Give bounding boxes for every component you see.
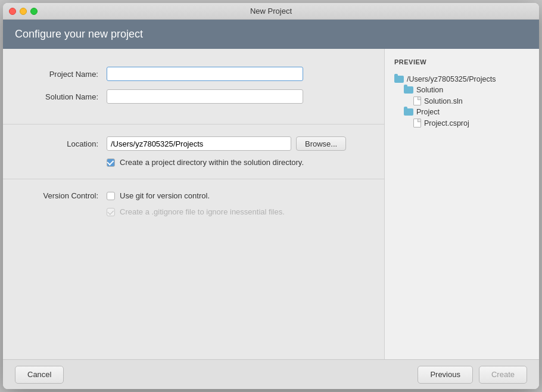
gitignore-label: Create a .gitignore file to ignore iness… [120, 207, 285, 216]
project-name-label: Project Name: [27, 70, 98, 79]
minimize-button[interactable] [20, 8, 27, 15]
traffic-lights [9, 8, 38, 15]
tree-item-project: Project [394, 107, 529, 117]
create-button[interactable]: Create [479, 366, 527, 384]
folder-icon-solution [404, 86, 413, 94]
close-button[interactable] [9, 8, 16, 15]
file-tree: /Users/yz7805325/Projects Solution Solut… [394, 74, 529, 129]
location-row: Location: Browse... [27, 136, 360, 151]
page-header: Configure your new project [3, 20, 539, 49]
gitignore-checkbox [107, 208, 115, 216]
preview-title: PREVIEW [394, 58, 529, 66]
footer-right: Previous Create [418, 366, 527, 384]
maximize-button[interactable] [30, 8, 38, 15]
gitignore-row: Create a .gitignore file to ignore iness… [107, 207, 360, 216]
window-title: New Project [250, 7, 292, 15]
preview-panel: PREVIEW /Users/yz7805325/Projects Soluti… [384, 49, 539, 359]
tree-label-root: /Users/yz7805325/Projects [407, 75, 496, 83]
previous-button[interactable]: Previous [418, 366, 473, 384]
location-label: Location: [27, 139, 98, 148]
use-git-checkbox[interactable] [107, 192, 115, 200]
version-control-label: Version Control: [27, 191, 98, 200]
folder-icon-project [404, 108, 413, 116]
location-input[interactable] [107, 136, 291, 151]
solution-name-row: Solution Name: [27, 89, 360, 104]
tree-item-sln: Solution.sln [394, 95, 529, 107]
folder-icon-root [394, 76, 404, 83]
project-name-row: Project Name: [27, 67, 360, 81]
browse-button[interactable]: Browse... [296, 136, 346, 151]
create-directory-row: Create a project directory within the so… [107, 158, 360, 167]
file-icon-sln [413, 97, 421, 105]
version-control-row: Version Control: Use git for version con… [27, 191, 360, 200]
tree-label-project: Project [416, 108, 440, 116]
project-name-input[interactable] [107, 67, 303, 81]
create-directory-label: Create a project directory within the so… [120, 158, 304, 167]
tree-label-sln: Solution.sln [424, 97, 463, 105]
version-control-section: Version Control: Use git for version con… [3, 191, 384, 235]
solution-name-label: Solution Name: [27, 92, 98, 101]
main-content: Project Name: Solution Name: Location: B… [3, 49, 539, 359]
title-bar: New Project [3, 3, 539, 20]
use-git-label: Use git for version control. [120, 191, 210, 200]
solution-name-input[interactable] [107, 89, 303, 104]
footer: Cancel Previous Create [3, 359, 539, 389]
names-section: Project Name: Solution Name: [3, 67, 384, 125]
cancel-button[interactable]: Cancel [15, 366, 64, 384]
file-icon-csproj [413, 119, 421, 127]
tree-item-solution: Solution [394, 85, 529, 95]
create-directory-checkbox[interactable] [107, 158, 115, 167]
form-area: Project Name: Solution Name: Location: B… [3, 49, 384, 359]
location-section: Location: Browse... Create a project dir… [3, 136, 384, 179]
tree-label-solution: Solution [416, 86, 443, 94]
tree-item-csproj: Project.csproj [394, 117, 529, 129]
page-title: Configure your new project [15, 28, 143, 40]
main-window: New Project Configure your new project P… [3, 3, 539, 389]
tree-label-csproj: Project.csproj [424, 119, 469, 127]
tree-item-root: /Users/yz7805325/Projects [394, 74, 529, 85]
